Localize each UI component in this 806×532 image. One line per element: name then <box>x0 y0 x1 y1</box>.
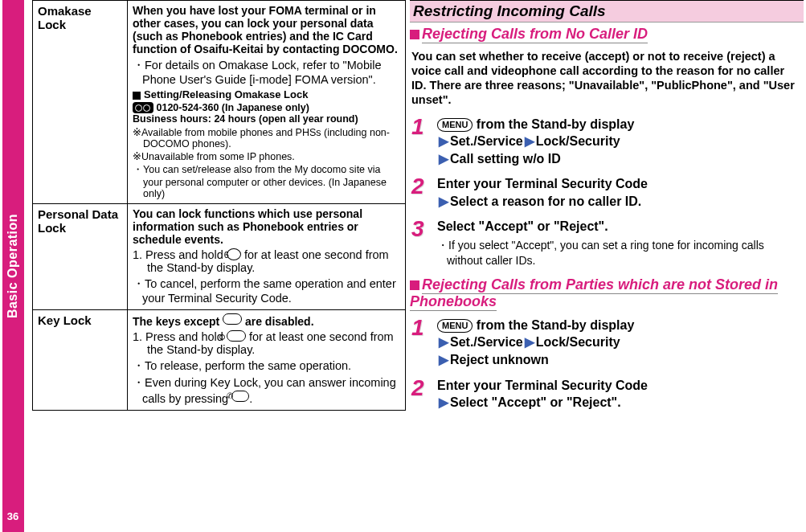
step: 2 Enter your Terminal Security Code ▶Sel… <box>411 175 802 210</box>
row-content: The keys except are disabled. 1. Press a… <box>128 310 406 411</box>
square-icon <box>410 30 419 39</box>
note-list: ※Available from mobile phones and PHSs (… <box>133 126 400 199</box>
sidebar-label: Basic Operation <box>6 214 21 318</box>
step-number: 3 <box>411 218 437 268</box>
page-number: 36 <box>4 510 22 522</box>
triangle-icon: ▶ <box>525 133 534 150</box>
step: 1 MENU from the Stand-by display ▶Set./S… <box>411 317 802 369</box>
row-lead: You can lock functions which use persona… <box>133 207 400 246</box>
table-row: Omakase Lock When you have lost your FOM… <box>33 1 406 204</box>
step: 3 Select "Accept" or "Reject". ・If you s… <box>411 218 802 268</box>
step-number: 2 <box>411 175 437 210</box>
step: 1 MENU from the Stand-by display ▶Set./S… <box>411 116 802 168</box>
left-column: Omakase Lock When you have lost your FOM… <box>32 0 406 411</box>
row-content: You can lock functions which use persona… <box>128 204 406 310</box>
table-row: Personal Data Lock You can lock function… <box>33 204 406 310</box>
key-center-icon <box>227 330 246 342</box>
phone-line: 0120-524-360 (In Japanese only) <box>133 102 400 113</box>
list-item: ・Even during Key Lock, you can answer in… <box>133 375 400 405</box>
key-power-icon <box>223 313 242 325</box>
intro-text: You can set whether to receive (accept) … <box>411 49 802 108</box>
triangle-icon: ▶ <box>439 193 448 211</box>
row-label: Omakase Lock <box>33 1 128 204</box>
step-body: MENU from the Stand-by display ▶Set./Ser… <box>437 317 802 369</box>
list-item: ・To release, perform the same operation. <box>133 358 400 374</box>
bullet-list: ・To release, perform the same operation.… <box>133 358 400 405</box>
triangle-icon: ▶ <box>439 351 448 369</box>
sub-heading: Setting/Releasing Omakase Lock <box>133 88 400 100</box>
ordered-list: 1. Press and hold for at least one secon… <box>133 330 400 356</box>
triangle-icon: ▶ <box>439 150 448 168</box>
phone-icon <box>133 102 153 113</box>
step-body: Enter your Terminal Security Code ▶Selec… <box>437 377 802 411</box>
key-call-icon <box>231 391 249 402</box>
triangle-icon: ▶ <box>439 334 448 351</box>
hours-line: Business hours: 24 hours (open all year … <box>133 113 400 125</box>
step-number: 1 <box>411 317 437 369</box>
square-icon <box>133 92 141 100</box>
triangle-icon: ▶ <box>439 133 448 150</box>
step-number: 1 <box>411 116 437 168</box>
sidebar-tab: Basic Operation <box>2 0 24 532</box>
bullet-list: ・For details on Omakase Lock, refer to "… <box>133 58 400 86</box>
row-content: When you have lost your FOMA terminal or… <box>128 1 406 204</box>
ordered-list: 1. Press and hold 6 for at least one sec… <box>133 248 400 274</box>
right-column: Restricting Incoming Calls Rejecting Cal… <box>410 0 804 419</box>
step-body: Enter your Terminal Security Code ▶Selec… <box>437 175 802 210</box>
list-item: ・You can set/release also from the My do… <box>133 163 400 199</box>
list-item: 1. Press and hold 6 for at least one sec… <box>133 248 400 274</box>
list-item: ※Unavailable from some IP phones. <box>133 150 400 162</box>
step-sub: ・If you select "Accept", you can set a r… <box>437 238 802 268</box>
list-item: ・For details on Omakase Lock, refer to "… <box>133 58 400 86</box>
row-label: Key Lock <box>33 310 128 411</box>
row-lead: When you have lost your FOMA terminal or… <box>133 4 400 55</box>
list-item: ※Available from mobile phones and PHSs (… <box>133 126 400 149</box>
step-body: Select "Accept" or "Reject". ・If you sel… <box>437 218 802 268</box>
bullet-list: ・To cancel, perform the same operation a… <box>133 276 400 305</box>
list-item: ・To cancel, perform the same operation a… <box>133 276 400 305</box>
row-label: Personal Data Lock <box>33 204 128 310</box>
square-icon <box>410 280 419 290</box>
section-title: Restricting Incoming Calls <box>410 0 804 23</box>
triangle-icon: ▶ <box>439 394 448 411</box>
list-item: 1. Press and hold for at least one secon… <box>133 330 400 356</box>
key-6-icon: 6 <box>227 248 241 260</box>
key-menu-icon: MENU <box>437 118 473 132</box>
table-row: Key Lock The keys except are disabled. 1… <box>33 310 406 411</box>
step-body: MENU from the Stand-by display ▶Set./Ser… <box>437 116 802 168</box>
feature-table: Omakase Lock When you have lost your FOM… <box>32 0 406 411</box>
step-number: 2 <box>411 377 437 411</box>
triangle-icon: ▶ <box>525 334 534 351</box>
row-lead: The keys except are disabled. <box>133 313 400 328</box>
key-menu-icon: MENU <box>437 319 473 333</box>
subsection-heading: Rejecting Calls from Parties which are n… <box>410 276 804 310</box>
step: 2 Enter your Terminal Security Code ▶Sel… <box>411 377 802 411</box>
subsection-heading: Rejecting Calls from No Caller ID <box>410 26 804 43</box>
